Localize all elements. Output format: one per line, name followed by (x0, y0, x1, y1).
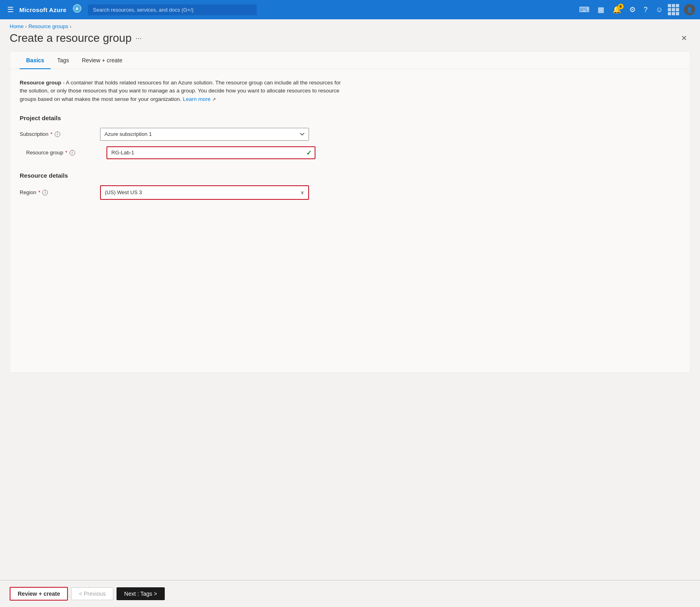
notifications-icon[interactable]: 🔔 5 (609, 3, 624, 16)
subscription-field-row: Subscription * i Azure subscription 1 (20, 128, 680, 141)
subscription-label: Subscription * i (20, 131, 100, 137)
project-details-title: Project details (20, 115, 680, 121)
terminal-icon[interactable]: ⌨ (576, 3, 593, 16)
azure-icon (73, 4, 82, 15)
resource-details-title: Resource details (20, 172, 680, 179)
external-link-icon: ↗ (212, 97, 216, 102)
more-options-button[interactable]: ··· (136, 34, 142, 43)
waffle-menu[interactable] (668, 4, 679, 15)
user-avatar[interactable]: 👤 (684, 4, 695, 15)
panel-content: Resource group - A container that holds … (10, 69, 690, 372)
tab-bar: Basics Tags Review + create (10, 51, 690, 69)
hamburger-menu[interactable]: ☰ (5, 3, 16, 16)
resource-group-input-wrap: ✓ (106, 146, 315, 159)
resource-group-indent: Resource group * i ✓ (20, 146, 680, 161)
resource-group-required: * (65, 150, 68, 156)
region-required: * (38, 189, 40, 195)
resource-group-label: Resource group * i (26, 150, 106, 156)
top-nav-right: ⌨ ▦ 🔔 5 ⚙ ? ☺ 👤 (576, 3, 695, 16)
shell-icon[interactable]: ▦ (594, 3, 608, 16)
region-input-wrap: (US) West US 3 (US) East US (US) East US… (100, 185, 309, 200)
region-info-icon[interactable]: i (42, 190, 48, 195)
help-icon[interactable]: ? (641, 3, 651, 16)
page-title: Create a resource group (10, 32, 132, 45)
region-label: Region * i (20, 189, 100, 195)
tab-review-create[interactable]: Review + create (76, 51, 129, 69)
page-header: Create a resource group ··· ✕ (0, 32, 700, 51)
resource-group-check-icon: ✓ (306, 149, 311, 156)
tab-tags[interactable]: Tags (51, 51, 76, 69)
region-select[interactable]: (US) West US 3 (US) East US (US) East US… (101, 186, 308, 199)
top-navigation: ☰ Microsoft Azure ⌨ ▦ 🔔 5 ⚙ ? ☺ 👤 (0, 0, 700, 19)
breadcrumb-resource-groups[interactable]: Resource groups (29, 23, 68, 29)
tab-basics[interactable]: Basics (20, 51, 51, 69)
description-bold: Resource group (20, 80, 61, 86)
search-input[interactable] (88, 4, 257, 15)
breadcrumb: Home › Resource groups › (0, 19, 700, 32)
region-field-row: Region * i (US) West US 3 (US) East US (… (20, 185, 680, 200)
main-panel: Basics Tags Review + create Resource gro… (10, 51, 690, 373)
subscription-required: * (51, 131, 53, 137)
description-body: - A container that holds related resourc… (20, 80, 341, 102)
feedback-icon[interactable]: ☺ (653, 3, 666, 16)
project-details-section: Project details Subscription * i Azure s… (20, 115, 680, 161)
subscription-input-wrap: Azure subscription 1 (100, 128, 309, 141)
breadcrumb-home[interactable]: Home (10, 23, 24, 29)
resource-group-input-container: ✓ (106, 146, 315, 159)
app-logo: Microsoft Azure (19, 6, 66, 13)
resource-group-input[interactable] (106, 146, 315, 159)
subscription-info-icon[interactable]: i (55, 131, 60, 137)
resource-details-section: Resource details Region * i (US) West US… (20, 172, 680, 200)
subscription-select[interactable]: Azure subscription 1 (100, 128, 309, 141)
resource-group-info-icon[interactable]: i (70, 150, 75, 156)
region-select-container: (US) West US 3 (US) East US (US) East US… (100, 185, 309, 200)
learn-more-link[interactable]: Learn more (183, 96, 211, 102)
breadcrumb-separator-1: › (25, 24, 27, 29)
breadcrumb-separator-2: › (70, 24, 72, 29)
description-text: Resource group - A container that holds … (20, 79, 349, 103)
settings-icon[interactable]: ⚙ (626, 3, 639, 16)
resource-group-field-row: Resource group * i ✓ (26, 146, 680, 159)
close-button[interactable]: ✕ (678, 32, 690, 44)
notification-badge: 5 (618, 4, 624, 9)
